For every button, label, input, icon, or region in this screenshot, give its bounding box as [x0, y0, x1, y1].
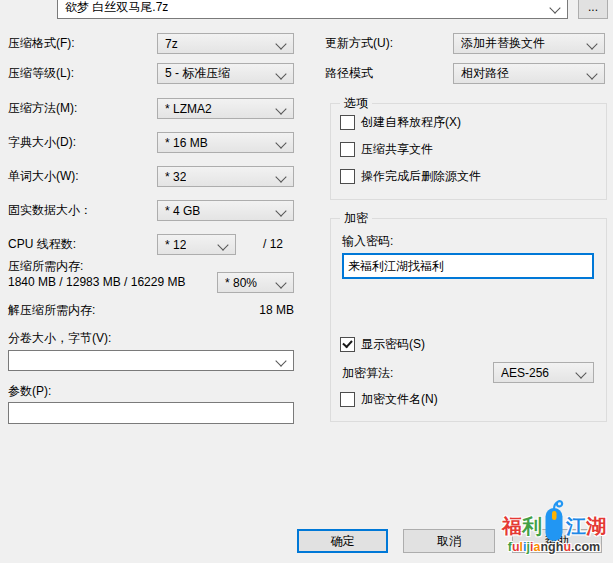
- encryption-group-title: 加密: [340, 210, 372, 226]
- parameters-label: 参数(P):: [8, 384, 51, 399]
- password-label: 输入密码:: [342, 234, 393, 249]
- checkbox-encrypt-names[interactable]: 加密文件名(N): [340, 391, 438, 408]
- watermark-domain-text: fulijianghu.com: [497, 540, 611, 554]
- chevron-down-icon[interactable]: [575, 367, 586, 378]
- method-combobox[interactable]: * LZMA2: [157, 98, 294, 119]
- checkbox-compress-shared-label: 压缩共享文件: [361, 141, 433, 158]
- path-mode-label: 路径模式: [325, 66, 373, 81]
- update-mode-value: 添加并替换文件: [461, 35, 545, 52]
- format-label: 压缩格式(F):: [8, 36, 75, 51]
- chevron-down-icon[interactable]: [275, 277, 286, 288]
- cpu-threads-value: * 12: [165, 238, 186, 252]
- solid-block-combobox[interactable]: * 4 GB: [157, 200, 294, 221]
- chevron-down-icon[interactable]: [275, 38, 286, 49]
- checkbox-delete-after-label: 操作完成后删除源文件: [361, 168, 481, 185]
- chevron-down-icon[interactable]: [549, 2, 560, 13]
- password-input[interactable]: [342, 253, 594, 279]
- volume-size-combobox[interactable]: [8, 350, 294, 371]
- checkbox-icon[interactable]: [340, 115, 355, 130]
- checkbox-create-sfx-label: 创建自释放程序(X): [361, 114, 461, 131]
- memory-compress-values: 1840 MB / 12983 MB / 16229 MB: [8, 275, 185, 290]
- dictionary-label: 字典大小(D):: [8, 135, 76, 150]
- chevron-down-icon[interactable]: [586, 68, 597, 79]
- level-label: 压缩等级(L):: [8, 66, 74, 81]
- memory-compress-label: 压缩所需内存:: [8, 259, 83, 274]
- chevron-down-icon[interactable]: [275, 171, 286, 182]
- checkbox-encrypt-names-label: 加密文件名(N): [361, 391, 438, 408]
- checkbox-delete-after[interactable]: 操作完成后删除源文件: [340, 168, 481, 185]
- checkbox-icon[interactable]: [340, 169, 355, 184]
- memory-usage-value: * 80%: [225, 276, 257, 290]
- cpu-threads-total: / 12: [263, 237, 283, 252]
- chevron-down-icon[interactable]: [275, 68, 286, 79]
- browse-button[interactable]: ...: [578, 0, 608, 19]
- word-size-combobox[interactable]: * 32: [157, 166, 294, 187]
- format-value: 7z: [165, 37, 178, 51]
- word-size-label: 单词大小(W):: [8, 169, 79, 184]
- solid-block-value: * 4 GB: [165, 204, 200, 218]
- options-group-title: 选项: [340, 95, 372, 111]
- word-size-value: * 32: [165, 170, 186, 184]
- path-mode-combobox[interactable]: 相对路径: [453, 63, 605, 84]
- update-mode-label: 更新方式(U):: [325, 36, 393, 51]
- checkbox-icon[interactable]: [340, 392, 355, 407]
- ok-button-label: 确定: [331, 533, 355, 550]
- encryption-method-label: 加密算法:: [342, 366, 393, 381]
- chevron-down-icon[interactable]: [275, 137, 286, 148]
- path-mode-value: 相对路径: [461, 65, 509, 82]
- cpu-threads-combobox[interactable]: * 12: [157, 234, 236, 255]
- chevron-down-icon[interactable]: [586, 38, 597, 49]
- encryption-method-value: AES-256: [501, 366, 549, 380]
- dictionary-combobox[interactable]: * 16 MB: [157, 132, 294, 153]
- chevron-down-icon[interactable]: [275, 103, 286, 114]
- archive-name-value[interactable]: 欲梦 白丝双马尾.7z: [65, 0, 168, 16]
- checkbox-show-password[interactable]: 显示密码(S): [340, 336, 425, 353]
- dictionary-value: * 16 MB: [165, 136, 208, 150]
- method-label: 压缩方法(M):: [8, 101, 77, 116]
- checkbox-icon[interactable]: [340, 142, 355, 157]
- level-combobox[interactable]: 5 - 标准压缩: [157, 63, 294, 84]
- mouse-icon: [543, 497, 565, 544]
- cancel-button[interactable]: 取消: [403, 529, 495, 553]
- update-mode-combobox[interactable]: 添加并替换文件: [453, 33, 605, 54]
- volume-size-label: 分卷大小，字节(V):: [8, 331, 111, 346]
- checkbox-icon[interactable]: [340, 337, 355, 352]
- checkbox-create-sfx[interactable]: 创建自释放程序(X): [340, 114, 461, 131]
- cancel-button-label: 取消: [437, 533, 461, 550]
- checkbox-compress-shared[interactable]: 压缩共享文件: [340, 141, 433, 158]
- format-combobox[interactable]: 7z: [157, 33, 294, 54]
- chevron-down-icon[interactable]: [217, 239, 228, 250]
- chevron-down-icon[interactable]: [275, 205, 286, 216]
- chevron-down-icon[interactable]: [275, 355, 286, 366]
- archive-name-combobox[interactable]: 欲梦 白丝双马尾.7z: [57, 0, 568, 19]
- method-value: * LZMA2: [165, 102, 212, 116]
- fulijianghu-watermark: 福利江湖 fulijianghu.com: [497, 497, 611, 559]
- cpu-threads-label: CPU 线程数:: [8, 237, 76, 252]
- memory-decompress-value: 18 MB: [200, 303, 294, 318]
- encryption-method-combobox[interactable]: AES-256: [493, 362, 594, 383]
- checkbox-show-password-label: 显示密码(S): [361, 336, 425, 353]
- solid-block-label: 固实数据大小：: [8, 203, 92, 218]
- memory-decompress-label: 解压缩所需内存:: [8, 303, 95, 318]
- level-value: 5 - 标准压缩: [165, 65, 230, 82]
- parameters-input[interactable]: [8, 402, 294, 424]
- browse-button-label: ...: [588, 0, 598, 14]
- ok-button[interactable]: 确定: [297, 529, 388, 553]
- memory-usage-combobox[interactable]: * 80%: [217, 272, 294, 293]
